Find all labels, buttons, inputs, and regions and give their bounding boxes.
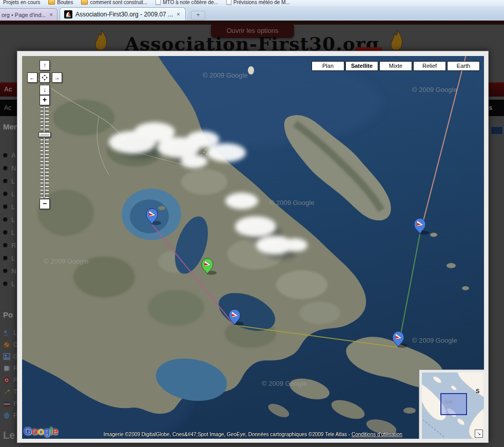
recenter-icon xyxy=(42,74,48,81)
map-dialog: © 2009 Google © 2009 Google © 2009 Googl… xyxy=(17,51,489,443)
map-type-plan[interactable]: Plan xyxy=(312,61,344,71)
boat-marker-waypoint[interactable] xyxy=(146,209,161,225)
map-type-satellite[interactable]: Satellite xyxy=(345,61,378,71)
bookmark-item[interactable]: Projets en cours xyxy=(3,0,40,5)
boat-marker-waypoint[interactable] xyxy=(414,218,429,235)
close-icon[interactable]: × xyxy=(176,11,181,18)
boat-marker-current[interactable] xyxy=(202,258,217,275)
map-type-buttons: Plan Satellite Mixte Relief Earth xyxy=(312,61,480,71)
pan-down-button[interactable]: ↓ xyxy=(40,85,50,95)
pan-control: ↑ ← → ↓ xyxy=(27,60,62,95)
tab-inactive[interactable]: org • Page d'ind... × xyxy=(0,8,57,21)
collapse-overview-button[interactable]: ↘ xyxy=(475,430,483,438)
pan-left-button[interactable]: ← xyxy=(27,72,37,83)
map-canvas[interactable]: © 2009 Google © 2009 Google © 2009 Googl… xyxy=(22,56,484,439)
bookmark-label: comment sont construit... xyxy=(90,0,147,5)
route-line xyxy=(398,234,420,347)
folder-icon xyxy=(48,0,55,5)
boat-marker-waypoint[interactable] xyxy=(393,331,408,348)
bookmark-label: Boutes xyxy=(57,0,73,5)
zoom-in-button[interactable]: + xyxy=(40,95,50,105)
map-type-relief[interactable]: Relief xyxy=(413,61,446,71)
google-watermark: © 2009 Google xyxy=(262,380,307,387)
bookmark-item[interactable]: MTO à note côtière de... xyxy=(156,0,218,5)
zoom-rail xyxy=(43,106,45,198)
screen: Projets en cours Boutes comment sont con… xyxy=(0,0,504,447)
page-icon xyxy=(156,0,161,5)
map-attribution: Imagerie ©2009 DigitalGlobe, Cnes&#47;Sp… xyxy=(22,432,484,437)
zoom-out-button[interactable]: − xyxy=(40,199,50,209)
tab-title: org • Page d'ind... xyxy=(2,12,48,18)
folder-icon xyxy=(81,0,88,5)
route-line xyxy=(420,56,467,234)
overview-map-frame: Sali S ↘ xyxy=(419,369,484,439)
route-layer xyxy=(22,56,484,439)
bookmark-label: Prévisions météo de M... xyxy=(234,0,290,5)
zoom-slider[interactable] xyxy=(41,106,49,198)
bookmark-label: MTO à note côtière de... xyxy=(163,0,218,5)
sailboat-favicon-icon xyxy=(64,10,72,18)
boat-marker-waypoint[interactable] xyxy=(229,309,244,326)
google-watermark: © 2009 Google xyxy=(203,71,248,79)
tab-title: Association-First30.org - 2009.07 ... xyxy=(75,11,176,18)
bookmark-item[interactable]: Boutes xyxy=(48,0,73,5)
close-icon[interactable]: × xyxy=(48,11,54,18)
terms-link[interactable]: Conditions d'utilisation xyxy=(352,432,402,437)
route-line xyxy=(152,225,235,325)
overview-map-tiles xyxy=(422,372,484,439)
map-type-mixte[interactable]: Mixte xyxy=(379,61,412,71)
tab-bar: org • Page d'ind... × Association-First3… xyxy=(0,6,504,21)
overview-map[interactable]: Sali S ↘ xyxy=(422,372,484,439)
bookmark-item[interactable]: comment sont construit... xyxy=(81,0,147,5)
attribution-text: Imagerie ©2009 DigitalGlobe, Cnes&#47;Sp… xyxy=(104,432,352,437)
pan-center-button[interactable] xyxy=(40,72,50,83)
google-watermark: © 2009 Google xyxy=(269,199,315,207)
bookmark-item[interactable]: Prévisions météo de M... xyxy=(226,0,290,5)
google-watermark: © 2009 Google xyxy=(412,337,457,344)
new-tab-button[interactable]: + xyxy=(191,11,205,20)
overview-edge-label: S xyxy=(476,388,479,394)
page-icon xyxy=(226,0,231,5)
pan-right-button[interactable]: → xyxy=(52,72,62,83)
google-watermark: © 2009 Google xyxy=(44,257,89,265)
overview-place-label: Sali xyxy=(445,399,453,404)
window-border-strip xyxy=(0,21,504,25)
zoom-slider-handle[interactable] xyxy=(38,132,51,137)
tab-active[interactable]: Association-First30.org - 2009.07 ... × xyxy=(60,7,186,21)
map-type-earth[interactable]: Earth xyxy=(447,61,480,71)
google-watermark: © 2009 Google xyxy=(412,86,457,94)
bookmark-label: Projets en cours xyxy=(3,0,40,5)
route-line xyxy=(235,325,398,347)
pan-up-button[interactable]: ↑ xyxy=(40,60,50,70)
